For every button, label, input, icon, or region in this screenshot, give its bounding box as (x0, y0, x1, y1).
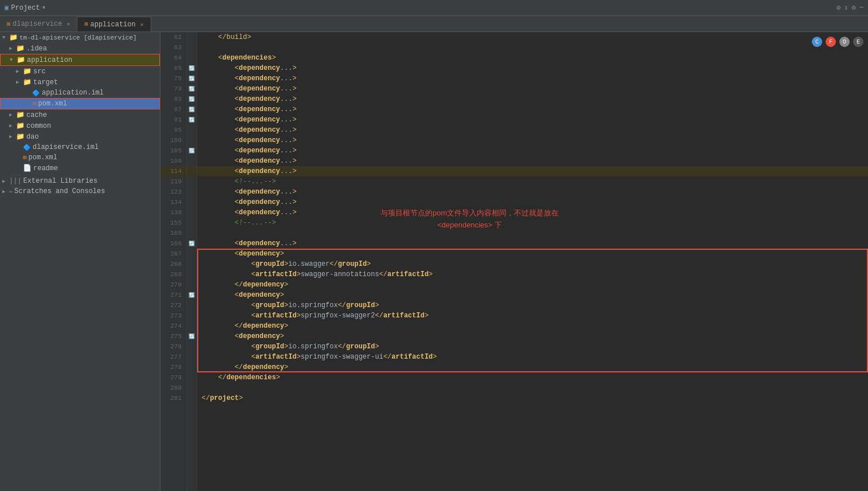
code-line-278: </dependency> (197, 362, 868, 372)
settings-icon[interactable]: ⚙ (836, 3, 840, 12)
code-line-95: <dependency...> (197, 125, 868, 135)
pom-file-icon: m (33, 100, 37, 107)
readme-file-icon: 📄 (23, 164, 32, 172)
gutter-spring-83: 🔃 (188, 96, 195, 103)
minimize-icon[interactable]: — (859, 3, 863, 12)
application-iml-label: application.iml (42, 89, 104, 97)
tab-dlapiservice-close[interactable]: ✕ (66, 21, 70, 28)
root-pom-icon: m (23, 154, 27, 161)
dao-folder-icon: 📁 (16, 132, 25, 141)
tab-application-close[interactable]: ✕ (140, 21, 144, 28)
tree-item-scratches[interactable]: ▶ ✏ Scratches and Consoles (0, 186, 160, 197)
code-line-105: <dependency...> (197, 146, 868, 156)
ln-270: 270 (160, 280, 186, 290)
code-content[interactable]: </build> <dependencies> <dependency...> … (197, 32, 868, 491)
src-folder-icon: 📁 (23, 67, 32, 76)
tab-application[interactable]: m application ✕ (77, 17, 151, 32)
firefox-icon[interactable]: F (826, 37, 836, 47)
gutter-spring-87: 🔃 (188, 107, 195, 113)
code-line-65: <dependency...> (197, 63, 868, 73)
code-line-279: </dependencies> (197, 372, 868, 383)
tree-item-application[interactable]: ▼ 📁 application (0, 54, 160, 66)
target-folder-icon: 📁 (23, 78, 32, 87)
tree-item-target[interactable]: ▶ 📁 target (0, 77, 160, 88)
gutter-spring-91: 🔃 (188, 117, 195, 123)
ln-272: 272 (160, 300, 186, 311)
layout-icon[interactable]: ⇕ (844, 3, 848, 12)
ln-276: 276 (160, 341, 186, 352)
ln-109: 109 (160, 156, 186, 166)
ln-79: 79 (160, 84, 186, 94)
ln-64: 64 (160, 53, 186, 63)
tree-item-external-libs[interactable]: ▶ ||| External Libraries (0, 176, 160, 186)
ln-269: 269 (160, 269, 186, 280)
ln-91: 91 (160, 115, 186, 125)
sidebar: ▼ 📁 tm-dl-apiservice [dlapiservice] ▶ 📁 … (0, 32, 160, 491)
line-numbers: 62 63 64 65 75 79 83 87 91 95 100 105 10… (160, 32, 187, 491)
ln-63: 63 (160, 42, 186, 53)
root-pom-xml-label: pom.xml (29, 154, 57, 162)
code-line-79: <dependency...> (197, 84, 868, 94)
tree-item-src[interactable]: ▶ 📁 src (0, 66, 160, 77)
ln-275: 275 (160, 331, 186, 341)
scratches-label: Scratches and Consoles (14, 187, 105, 195)
tab-dlapiservice[interactable]: m dlapiservice ✕ (0, 17, 77, 32)
ln-139: 139 (160, 207, 186, 218)
tree-item-root[interactable]: ▼ 📁 tm-dl-apiservice [dlapiservice] (0, 32, 160, 43)
ln-75: 75 (160, 73, 186, 84)
tree-item-application-iml[interactable]: 🔷 application.iml (0, 88, 160, 98)
code-line-277: <artifactId>springfox-swagger-ui</artifa… (197, 352, 868, 362)
code-line-87: <dependency...> (197, 104, 868, 115)
ln-134: 134 (160, 197, 186, 207)
code-line-62: </build> (197, 32, 868, 42)
idea-arrow: ▶ (9, 45, 16, 52)
ln-105: 105 (160, 146, 186, 156)
chrome-icon[interactable]: C (812, 37, 822, 47)
root-arrow: ▼ (2, 35, 9, 41)
tree-item-readme[interactable]: 📄 readme (0, 163, 160, 174)
gutter-spring-75: 🔃 (188, 76, 195, 82)
gutter-spring-105: 🔃 (188, 148, 195, 154)
code-line-280 (197, 383, 868, 393)
ln-273: 273 (160, 311, 186, 321)
code-line-109: <dependency...> (197, 156, 868, 166)
common-folder-icon: 📁 (16, 121, 25, 130)
code-line-273: <artifactId>springfox-swagger2</artifact… (197, 311, 868, 321)
tree-item-dlapiservice-iml[interactable]: 🔷 dlapiservice.iml (0, 142, 160, 152)
dao-arrow: ▶ (9, 133, 16, 140)
code-line-123: <dependency...> (197, 187, 868, 197)
tree-item-idea[interactable]: ▶ 📁 .idea (0, 43, 160, 54)
browser-icon-3[interactable]: O (839, 37, 850, 47)
tree-item-cache[interactable]: ▶ 📁 cache (0, 109, 160, 120)
target-arrow: ▶ (16, 79, 23, 85)
code-line-270: </dependency> (197, 280, 868, 290)
ln-267: 267 (160, 249, 186, 259)
tree-item-dao[interactable]: ▶ 📁 dao (0, 131, 160, 142)
application-label: application (27, 56, 72, 64)
tree-item-common[interactable]: ▶ 📁 common (0, 120, 160, 131)
ln-62: 62 (160, 32, 186, 42)
ln-123: 123 (160, 187, 186, 197)
gutter-spring-271: 🔃 (188, 292, 195, 298)
tree-item-pom-xml[interactable]: m pom.xml (0, 98, 160, 109)
cache-folder-icon: 📁 (16, 111, 25, 119)
ln-268: 268 (160, 259, 186, 269)
ext-arrow: ▶ (2, 178, 9, 184)
dao-label: dao (26, 133, 39, 141)
code-area[interactable]: 62 63 64 65 75 79 83 87 91 95 100 105 10… (160, 32, 868, 491)
ln-114: 114 (160, 166, 186, 176)
gutter-spring-79: 🔃 (188, 86, 195, 92)
tree-item-root-pom-xml[interactable]: m pom.xml (0, 152, 160, 163)
ln-83: 83 (160, 94, 186, 104)
tab-dlapiservice-icon: m (7, 21, 10, 28)
browser-icon-4[interactable]: E (853, 37, 863, 47)
idea-label: .idea (26, 45, 47, 53)
scratch-icon: ✏ (9, 188, 13, 195)
code-line-281: </project> (197, 393, 868, 403)
top-bar: ▣ Project ▼ ⚙ ⇕ ⚙ — (0, 0, 868, 16)
dropdown-arrow[interactable]: ▼ (42, 5, 45, 11)
config-icon[interactable]: ⚙ (852, 3, 856, 12)
gutter: 🔃 🔃 🔃 🔃 🔃 🔃 🔃 🔃 (187, 32, 197, 491)
ln-274: 274 (160, 321, 186, 331)
application-arrow: ▼ (10, 57, 17, 63)
